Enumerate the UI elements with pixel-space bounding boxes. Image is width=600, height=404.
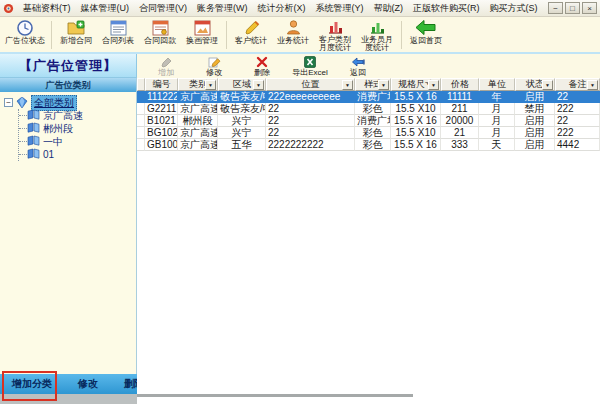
table-cell[interactable]: 1112221: [145, 91, 178, 103]
table-row[interactable]: G2211京广高速敬告亲友/鸣谢22彩色15.5 X10211月禁用222: [137, 103, 600, 115]
toolbar-button[interactable]: 广告位状态: [2, 18, 48, 51]
tree-item[interactable]: 01: [19, 148, 134, 161]
table-cell[interactable]: 333: [441, 139, 479, 151]
table-cell[interactable]: 京广高速: [178, 103, 218, 115]
menu-item[interactable]: 购买方式(S): [485, 1, 543, 16]
tree-item[interactable]: 一中: [19, 135, 134, 148]
filter-dropdown-icon[interactable]: ▼: [378, 80, 389, 90]
column-header[interactable]: 编号: [145, 78, 178, 91]
column-header[interactable]: 类别▼: [178, 78, 218, 91]
table-cell[interactable]: 京广高速: [178, 91, 218, 103]
table-cell[interactable]: 15.5 X10: [391, 127, 441, 139]
action-button[interactable]: 返回: [337, 55, 379, 77]
toolbar-button[interactable]: 返回首页: [405, 18, 447, 51]
table-cell[interactable]: [137, 139, 145, 151]
table-cell[interactable]: 彩色: [355, 103, 391, 115]
table-cell[interactable]: 启用: [515, 91, 555, 103]
table-cell[interactable]: 彩色: [355, 139, 391, 151]
table-cell[interactable]: [137, 115, 145, 127]
table-cell[interactable]: 15.5 X10: [391, 103, 441, 115]
table-cell[interactable]: 年: [479, 91, 515, 103]
column-header[interactable]: 区域▼: [218, 78, 266, 91]
table-cell[interactable]: 兴宁: [218, 115, 266, 127]
toolbar-button[interactable]: 合同回款: [139, 18, 181, 51]
menu-item[interactable]: 合同管理(V): [134, 1, 192, 16]
toolbar-button[interactable]: 客户类别 月度统计: [314, 18, 356, 51]
table-cell[interactable]: 21: [441, 127, 479, 139]
table-cell[interactable]: 敬告亲友/鸣谢: [218, 103, 266, 115]
table-cell[interactable]: 15.5 X 16: [391, 91, 441, 103]
table-cell[interactable]: 211: [441, 103, 479, 115]
modify-category-button[interactable]: 修改: [72, 375, 104, 393]
toolbar-button[interactable]: 客户统计: [230, 18, 272, 51]
table-row[interactable]: GB1002京广高速五华2222222222彩色15.5 X 16333天启用4…: [137, 139, 600, 151]
column-header[interactable]: 状态▼: [515, 78, 555, 91]
minimize-button[interactable]: −: [548, 2, 563, 14]
action-button[interactable]: 增加: [145, 55, 187, 77]
table-cell[interactable]: 22: [555, 115, 600, 127]
table-cell[interactable]: BG1021: [145, 127, 178, 139]
column-header[interactable]: 位置▼: [266, 78, 355, 91]
table-cell[interactable]: 郴州段: [178, 115, 218, 127]
filter-dropdown-icon[interactable]: ▼: [205, 80, 216, 90]
table-cell[interactable]: 天: [479, 139, 515, 151]
toolbar-button[interactable]: 换画管理: [181, 18, 223, 51]
table-row[interactable]: BG1021京广高速兴宁22彩色15.5 X1021月启用222: [137, 127, 600, 139]
table-row[interactable]: B1021郴州段兴宁22消费广场15.5 X 1620000月启用22: [137, 115, 600, 127]
table-row[interactable]: 1112221京广高速敬告亲友/鸣谢222eeeeeeeeee消费广场15.5 …: [137, 91, 600, 103]
table-cell[interactable]: B1021: [145, 115, 178, 127]
menu-item[interactable]: 帮助(Z): [369, 1, 409, 16]
menu-item[interactable]: 账务管理(W): [192, 1, 253, 16]
table-cell[interactable]: 22: [555, 91, 600, 103]
table-cell[interactable]: 启用: [515, 127, 555, 139]
table-cell[interactable]: 启用: [515, 115, 555, 127]
table-cell[interactable]: [137, 103, 145, 115]
table-cell[interactable]: 消费广场: [355, 91, 391, 103]
table-cell[interactable]: 消费广场: [355, 115, 391, 127]
table-cell[interactable]: 15.5 X 16: [391, 115, 441, 127]
action-button[interactable]: 修改: [193, 55, 235, 77]
table-cell[interactable]: 222: [555, 103, 600, 115]
table-cell[interactable]: 兴宁: [218, 127, 266, 139]
table-cell[interactable]: 20000: [441, 115, 479, 127]
table-cell[interactable]: GB1002: [145, 139, 178, 151]
table-cell[interactable]: 11111: [441, 91, 479, 103]
filter-dropdown-icon[interactable]: ▼: [253, 80, 264, 90]
menu-item[interactable]: 系统管理(Y): [311, 1, 369, 16]
filter-dropdown-icon[interactable]: ▼: [428, 80, 439, 90]
table-cell[interactable]: 敬告亲友/鸣谢: [218, 91, 266, 103]
table-cell[interactable]: 222: [555, 127, 600, 139]
toolbar-button[interactable]: 业务统计: [272, 18, 314, 51]
column-header[interactable]: 规格尺寸▼: [391, 78, 441, 91]
tree-item[interactable]: 京广高速: [19, 109, 134, 122]
table-cell[interactable]: 五华: [218, 139, 266, 151]
table-cell[interactable]: 222eeeeeeeeee: [266, 91, 355, 103]
table-cell[interactable]: 禁用: [515, 103, 555, 115]
add-category-button[interactable]: 增加分类: [6, 375, 58, 393]
table-cell[interactable]: 启用: [515, 139, 555, 151]
table-cell[interactable]: [137, 127, 145, 139]
table-cell[interactable]: [137, 91, 145, 103]
table-cell[interactable]: 京广高速: [178, 139, 218, 151]
filter-dropdown-icon[interactable]: ▼: [542, 80, 553, 90]
column-header[interactable]: [137, 78, 145, 91]
table-cell[interactable]: 月: [479, 115, 515, 127]
table-cell[interactable]: 22: [266, 115, 355, 127]
toolbar-button[interactable]: 新增合同: [55, 18, 97, 51]
column-header[interactable]: 价格: [441, 78, 479, 91]
toolbar-button[interactable]: 合同列表: [97, 18, 139, 51]
menu-item[interactable]: 统计分析(X): [253, 1, 311, 16]
table-cell[interactable]: 4442: [555, 139, 600, 151]
table-cell[interactable]: 15.5 X 16: [391, 139, 441, 151]
column-header[interactable]: 单位: [479, 78, 515, 91]
toolbar-button[interactable]: 业务员月 度统计: [356, 18, 398, 51]
table-cell[interactable]: 2222222222: [266, 139, 355, 151]
filter-dropdown-icon[interactable]: ▼: [342, 80, 353, 90]
tree-expander-icon[interactable]: −: [4, 98, 13, 107]
restore-button[interactable]: □: [565, 2, 580, 14]
close-button[interactable]: ×: [582, 2, 597, 14]
column-header[interactable]: 样式▼: [355, 78, 391, 91]
table-cell[interactable]: 京广高速: [178, 127, 218, 139]
table-cell[interactable]: 月: [479, 127, 515, 139]
menu-item[interactable]: 媒体管理(U): [76, 1, 135, 16]
